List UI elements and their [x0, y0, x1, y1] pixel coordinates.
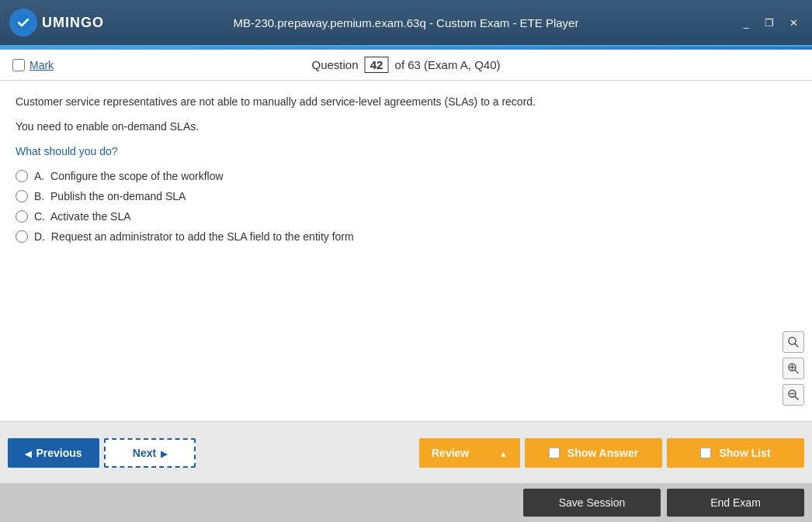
svg-line-2: [795, 344, 798, 347]
scenario-text-2: You need to enable on-demand SLAs.: [16, 118, 796, 135]
question-content: Customer service representatives are not…: [0, 81, 812, 421]
next-label: Next: [133, 447, 156, 459]
option-c-label: C. Activate the SLA: [34, 210, 131, 223]
scenario-text-1: Customer service representatives are not…: [16, 93, 796, 110]
svg-line-4: [795, 370, 798, 373]
option-a[interactable]: A. Configure the scope of the workflow: [16, 170, 796, 182]
logo-icon: [9, 9, 37, 36]
question-label: Question: [312, 58, 359, 71]
zoom-in-icon-btn[interactable]: [783, 358, 804, 379]
previous-label: Previous: [36, 447, 82, 459]
minimize-button[interactable]: _: [739, 16, 754, 30]
option-c[interactable]: C. Activate the SLA: [16, 210, 796, 223]
restore-button[interactable]: ❐: [760, 16, 779, 30]
bottom-nav: Previous Next Review Show Answer Show Li…: [0, 421, 812, 483]
option-d-radio[interactable]: [16, 230, 28, 243]
option-a-label: A. Configure the scope of the workflow: [34, 170, 224, 182]
next-button[interactable]: Next: [104, 438, 196, 468]
review-arrow-icon: [499, 447, 508, 459]
review-button[interactable]: Review: [419, 438, 520, 468]
option-b-radio[interactable]: [16, 190, 28, 202]
option-d[interactable]: D. Request an administrator to add the S…: [16, 230, 796, 243]
question-number-box: 42: [365, 57, 389, 73]
question-stem: What should you do?: [16, 145, 796, 157]
show-list-button[interactable]: Show List: [667, 438, 804, 468]
end-exam-button[interactable]: End Exam: [667, 489, 804, 517]
previous-button[interactable]: Previous: [8, 438, 99, 468]
option-a-radio[interactable]: [16, 170, 28, 182]
window-title: MB-230.prepaway.pemium.exam.63q - Custom…: [234, 16, 579, 29]
close-button[interactable]: ✕: [785, 16, 803, 30]
footer-bar: Save Session End Exam: [0, 483, 812, 522]
options-list: A. Configure the scope of the workflow B…: [16, 170, 796, 243]
show-answer-checkbox-icon: [549, 448, 560, 458]
show-answer-button[interactable]: Show Answer: [525, 438, 662, 468]
show-list-checkbox-icon: [700, 448, 711, 458]
mark-text: Mark: [29, 59, 54, 71]
next-arrow-icon: [161, 447, 167, 459]
question-of-text: of 63 (Exam A, Q40): [395, 58, 501, 71]
option-c-radio[interactable]: [16, 210, 28, 223]
window-controls: _ ❐ ✕: [739, 16, 803, 30]
mark-checkbox[interactable]: [12, 59, 25, 71]
logo: UMINGO: [9, 9, 104, 36]
show-answer-label: Show Answer: [567, 447, 638, 459]
option-d-label: D. Request an administrator to add the S…: [34, 230, 354, 243]
sidebar-icons: [783, 331, 804, 406]
show-list-label: Show List: [719, 447, 770, 459]
prev-arrow-icon: [25, 447, 31, 459]
option-b[interactable]: B. Publish the on-demand SLA: [16, 190, 796, 202]
option-b-label: B. Publish the on-demand SLA: [34, 190, 186, 202]
question-header: Mark Question 42 of 63 (Exam A, Q40): [0, 50, 812, 81]
mark-label[interactable]: Mark: [12, 59, 54, 71]
search-icon-btn[interactable]: [783, 331, 804, 353]
svg-line-8: [795, 396, 798, 399]
logo-text: UMINGO: [42, 15, 104, 31]
titlebar: UMINGO MB-230.prepaway.pemium.exam.63q -…: [0, 0, 812, 47]
review-label: Review: [432, 447, 469, 459]
zoom-out-icon-btn[interactable]: [783, 384, 804, 406]
save-session-button[interactable]: Save Session: [523, 489, 661, 517]
question-number-display: Question 42 of 63 (Exam A, Q40): [312, 57, 501, 73]
